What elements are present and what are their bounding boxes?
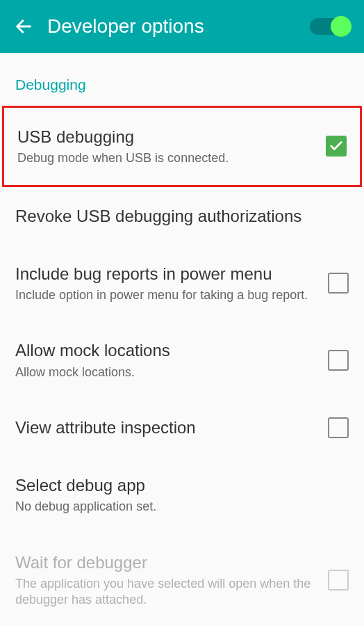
setting-title: Revoke USB debugging authorizations	[15, 205, 338, 227]
page-title: Developer options	[47, 15, 204, 38]
attribute-inspection-checkbox[interactable]	[328, 417, 349, 438]
setting-subtitle: Debug mode when USB is connected.	[17, 150, 315, 166]
setting-title: Select debug app	[15, 474, 338, 496]
app-header: Developer options	[0, 0, 364, 53]
setting-title: Wait for debugger	[15, 552, 317, 573]
header-left: Developer options	[14, 15, 204, 38]
setting-text: Wait for debugger The application you ha…	[15, 552, 328, 609]
setting-title: USB debugging	[17, 126, 315, 147]
setting-text: Include bug reports in power menu Includ…	[15, 263, 328, 304]
section-label-debugging: Debugging	[0, 53, 364, 106]
back-arrow-icon	[14, 17, 33, 36]
checkmark-icon	[329, 138, 344, 154]
setting-bug-reports[interactable]: Include bug reports in power menu Includ…	[0, 245, 364, 322]
setting-title: View attribute inspection	[15, 417, 317, 438]
setting-text: USB debugging Debug mode when USB is con…	[17, 126, 326, 167]
back-button[interactable]	[14, 17, 33, 36]
bug-reports-checkbox[interactable]	[328, 273, 349, 294]
setting-subtitle: The application you have selected will o…	[15, 576, 317, 609]
toggle-knob	[331, 16, 351, 37]
setting-attribute-inspection[interactable]: View attribute inspection	[0, 399, 364, 456]
developer-options-toggle[interactable]	[310, 18, 350, 35]
setting-subtitle: Include option in power menu for taking …	[15, 287, 317, 303]
setting-text: Revoke USB debugging authorizations	[15, 205, 349, 227]
setting-text: Allow mock locations Allow mock location…	[15, 339, 328, 380]
usb-debugging-checkbox[interactable]	[326, 136, 347, 156]
setting-revoke-authorizations[interactable]: Revoke USB debugging authorizations	[0, 187, 364, 245]
setting-text: Select debug app No debug application se…	[15, 474, 349, 515]
setting-select-debug-app[interactable]: Select debug app No debug application se…	[0, 456, 364, 533]
setting-subtitle: No debug application set.	[15, 499, 338, 515]
setting-text: View attribute inspection	[15, 417, 328, 438]
setting-usb-debugging[interactable]: USB debugging Debug mode when USB is con…	[2, 106, 362, 187]
setting-mock-locations[interactable]: Allow mock locations Allow mock location…	[0, 321, 364, 399]
wait-debugger-checkbox	[328, 570, 349, 591]
setting-title: Allow mock locations	[15, 339, 317, 361]
mock-locations-checkbox[interactable]	[328, 350, 349, 371]
setting-wait-for-debugger: Wait for debugger The application you ha…	[0, 533, 364, 626]
setting-title: Include bug reports in power menu	[15, 263, 317, 284]
setting-subtitle: Allow mock locations.	[15, 364, 317, 380]
